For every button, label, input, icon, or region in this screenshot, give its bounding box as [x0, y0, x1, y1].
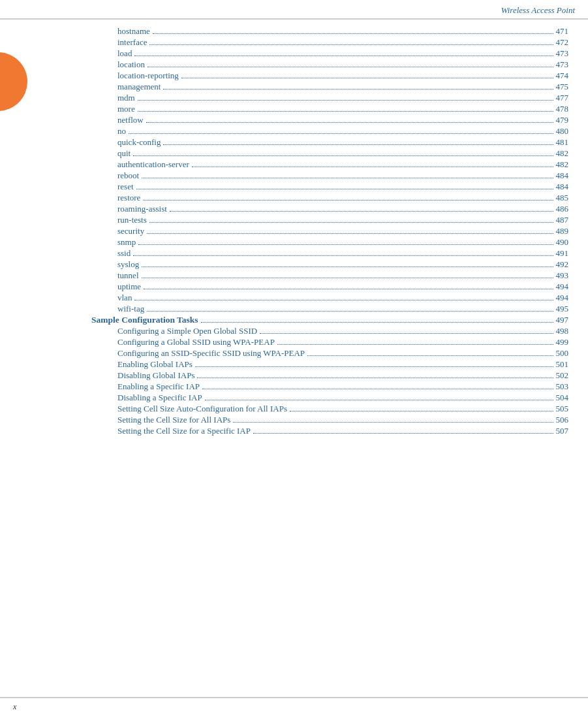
toc-dots — [149, 44, 553, 45]
toc-item-label: restore — [117, 193, 140, 203]
toc-page-number: 479 — [556, 115, 569, 125]
toc-row[interactable]: hostname471 — [91, 26, 568, 37]
toc-item-label: location — [117, 59, 145, 70]
toc-sub-page-number: 503 — [556, 381, 569, 392]
toc-page-number: 474 — [556, 71, 569, 81]
toc-page-number: 494 — [556, 282, 569, 292]
toc-row[interactable]: quick-config481 — [91, 137, 568, 148]
toc-row[interactable]: reboot484 — [91, 170, 568, 181]
toc-row[interactable]: roaming-assist486 — [91, 204, 568, 214]
toc-sub-row[interactable]: Disabling a Specific IAP504 — [91, 393, 568, 403]
toc-dots — [163, 144, 553, 145]
toc-dots — [181, 78, 553, 78]
toc-page-number: 482 — [556, 148, 569, 159]
page-header: Wireless Access Point — [0, 0, 588, 20]
toc-sub-row[interactable]: Setting the Cell Size for a Specific IAP… — [91, 426, 568, 436]
toc-dots — [142, 278, 553, 278]
toc-sub-page-number: 498 — [556, 326, 569, 336]
toc-sub-item-label: Setting the Cell Size for a Specific IAP — [117, 426, 251, 436]
toc-row[interactable]: ssid491 — [91, 248, 568, 259]
toc-sub-page-number: 507 — [556, 426, 569, 436]
toc-page-number: 492 — [556, 259, 569, 270]
toc-item-label: more — [117, 104, 135, 114]
toc-page-number: 491 — [556, 248, 569, 259]
toc-row[interactable]: netflow479 — [91, 115, 568, 125]
toc-dots — [133, 255, 553, 256]
toc-row[interactable]: authentication-server482 — [91, 159, 568, 170]
toc-dots — [260, 333, 553, 334]
toc-page-number: 480 — [556, 126, 569, 137]
toc-row[interactable]: mdm477 — [91, 93, 568, 103]
toc-item-label: vlan — [117, 293, 132, 303]
toc-dots — [307, 355, 553, 356]
toc-item-label: syslog — [117, 259, 139, 270]
toc-row[interactable]: quit482 — [91, 148, 568, 159]
toc-sub-page-number: 504 — [556, 393, 569, 403]
toc-row[interactable]: snmp490 — [91, 237, 568, 248]
toc-item-label: mdm — [117, 93, 135, 103]
toc-row[interactable]: uptime494 — [91, 282, 568, 292]
toc-page-number: 494 — [556, 293, 569, 303]
toc-row[interactable]: management475 — [91, 82, 568, 92]
toc-dots — [147, 67, 553, 67]
toc-dots — [143, 200, 553, 201]
toc-dots — [197, 378, 553, 378]
toc-dots — [170, 211, 553, 212]
toc-page-number: 475 — [556, 82, 569, 92]
toc-row[interactable]: more478 — [91, 104, 568, 114]
toc-row[interactable]: no480 — [91, 126, 568, 137]
toc-dots — [129, 133, 553, 134]
toc-sub-item-label: Configuring a Global SSID using WPA-PEAP — [117, 337, 275, 347]
toc-sub-row[interactable]: Setting the Cell Size for All IAPs506 — [91, 415, 568, 425]
toc-dots — [147, 233, 553, 234]
toc-row[interactable]: restore485 — [91, 193, 568, 203]
toc-page-number: 477 — [556, 93, 569, 103]
toc-row[interactable]: vlan494 — [91, 293, 568, 303]
toc-dots — [142, 266, 553, 267]
toc-item-label: wifi-tag — [117, 304, 144, 314]
toc-sub-row[interactable]: Setting Cell Size Auto-Configuration for… — [91, 404, 568, 414]
toc-row[interactable]: run-tests487 — [91, 215, 568, 225]
toc-row[interactable]: load473 — [91, 48, 568, 59]
toc-row[interactable]: reset484 — [91, 182, 568, 192]
toc-item-label: no — [117, 126, 126, 137]
toc-sub-item-label: Enabling Global IAPs — [117, 359, 193, 370]
toc-sub-row[interactable]: Disabling Global IAPs502 — [91, 370, 568, 381]
toc-row[interactable]: interface472 — [91, 37, 568, 48]
toc-sub-page-number: 505 — [556, 404, 569, 414]
toc-sub-row[interactable]: Configuring a Simple Open Global SSID498 — [91, 326, 568, 336]
toc-page-number: 485 — [556, 193, 569, 203]
toc-item-label: reset — [117, 182, 134, 192]
page-footer: x — [0, 697, 588, 712]
toc-item-label: ssid — [117, 248, 131, 259]
toc-item-label: interface — [117, 37, 147, 48]
toc-sub-row[interactable]: Enabling Global IAPs501 — [91, 359, 568, 370]
toc-row[interactable]: location-reporting474 — [91, 71, 568, 81]
toc-sub-item-label: Disabling Global IAPs — [117, 370, 194, 381]
toc-sub-row[interactable]: Configuring a Global SSID using WPA-PEAP… — [91, 337, 568, 347]
toc-dots — [202, 389, 553, 389]
toc-dots — [149, 222, 553, 223]
toc-row[interactable]: wifi-tag495 — [91, 304, 568, 314]
toc-row[interactable]: tunnel493 — [91, 270, 568, 281]
toc-page-number: 484 — [556, 170, 569, 181]
toc-level2-sub-list: Configuring a Simple Open Global SSID498… — [91, 326, 568, 436]
toc-sub-page-number: 499 — [556, 337, 569, 347]
toc-sub-row[interactable]: Enabling a Specific IAP503 — [91, 381, 568, 392]
toc-sub-row[interactable]: Configuring an SSID-Specific SSID using … — [91, 348, 568, 359]
toc-sub-page-number: 502 — [556, 370, 569, 381]
toc-row[interactable]: syslog492 — [91, 259, 568, 270]
toc-page-number: 493 — [556, 270, 569, 281]
toc-row[interactable]: location473 — [91, 59, 568, 70]
toc-item-label: management — [117, 82, 161, 92]
toc-dots — [195, 366, 553, 367]
toc-dots — [138, 244, 553, 245]
toc-item-label: uptime — [117, 282, 141, 292]
toc-dots — [205, 400, 553, 400]
toc-row[interactable]: security489 — [91, 226, 568, 236]
toc-page-number: 478 — [556, 104, 569, 114]
toc-dots — [133, 155, 553, 156]
toc-page-number: 481 — [556, 137, 569, 148]
toc-dots — [192, 167, 553, 167]
toc-section-row[interactable]: Sample Configuration Tasks497 — [91, 315, 568, 325]
